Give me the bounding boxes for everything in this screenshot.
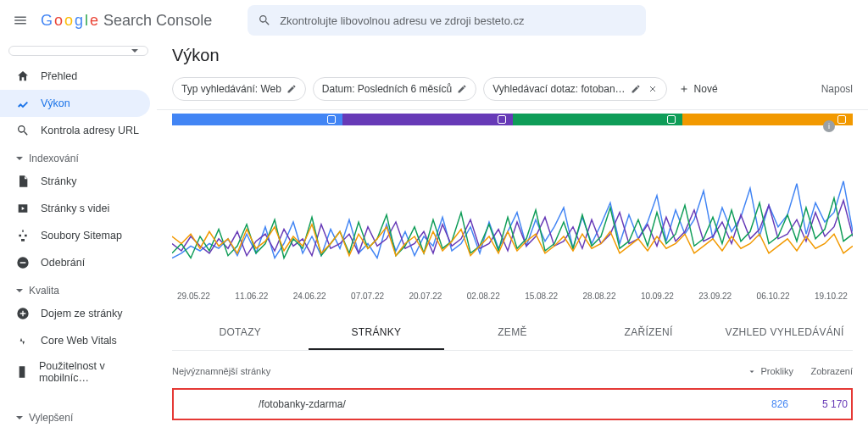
- vitals-icon: [15, 333, 31, 348]
- menu-icon[interactable]: [10, 10, 31, 31]
- plus-icon: [679, 84, 689, 94]
- edit-icon: [631, 84, 641, 94]
- nav-sitemaps[interactable]: Soubory Sitemap: [0, 222, 150, 249]
- chip-date[interactable]: Datum: Posledních 6 měsíců: [313, 77, 476, 101]
- clicks-value: 826: [721, 398, 788, 410]
- col-impressions[interactable]: Zobrazení: [793, 366, 853, 376]
- tab-devices[interactable]: ZAŘÍZENÍ: [581, 316, 717, 350]
- page-title: Výkon: [157, 41, 868, 77]
- nav-label: Přehled: [41, 70, 77, 82]
- home-icon: [15, 69, 31, 84]
- edit-icon: [287, 84, 297, 94]
- chevron-down-icon: [15, 154, 24, 163]
- search-icon: [15, 123, 31, 138]
- table-heading: Nejvýznamnější stránky: [172, 366, 726, 376]
- chart-annotation-icon[interactable]: i: [823, 120, 835, 132]
- search-icon: [258, 14, 271, 27]
- dimension-tabs: DOTAZY STRÁNKY ZEMĚ ZAŘÍZENÍ VZHLED VYHL…: [172, 316, 853, 351]
- impressions-value: 5 170: [788, 398, 848, 410]
- mobile-icon: [15, 364, 29, 380]
- section-indexing[interactable]: Indexování: [0, 144, 157, 168]
- nav-overview[interactable]: Přehled: [0, 63, 150, 90]
- metric-toggle-bar: [172, 114, 853, 125]
- nav-removals[interactable]: Odebrání: [0, 249, 150, 276]
- nav-page-experience[interactable]: Dojem ze stránky: [0, 300, 150, 327]
- property-selector[interactable]: [8, 46, 148, 56]
- metric-impressions[interactable]: [342, 114, 513, 125]
- chart-icon: [15, 96, 31, 111]
- chip-query[interactable]: Vyhledávací dotaz: fotoban…: [483, 77, 666, 101]
- filters-row: Typ vyhledávání: Web Datum: Posledních 6…: [157, 77, 868, 110]
- tab-pages[interactable]: STRÁNKY: [309, 316, 445, 350]
- plus-circle-icon: [15, 306, 31, 321]
- page-url: /fotobanky-zdarma/: [259, 398, 721, 410]
- video-icon: [15, 201, 31, 216]
- nav-label: Kontrola adresy URL: [41, 125, 139, 136]
- nav-breadcrumbs[interactable]: Navigační struktura: [0, 427, 150, 433]
- edit-icon: [457, 84, 467, 94]
- metric-clicks[interactable]: [172, 114, 342, 125]
- section-experience[interactable]: Kvalita: [0, 276, 157, 300]
- table-header: Nejvýznamnější stránky Prokliky Zobrazen…: [157, 351, 868, 385]
- section-enhancements[interactable]: Vylepšení: [0, 403, 157, 427]
- url-inspect-search[interactable]: Zkontrolujte libovolnou adresu ve zdroji…: [248, 5, 646, 36]
- sidebar: Přehled Výkon Kontrola adresy URL Indexo…: [0, 41, 157, 433]
- performance-chart: i 29.05.2211.06.2224.06.2207.07.2220.07.…: [172, 136, 853, 301]
- chevron-down-icon: [15, 414, 24, 422]
- tab-countries[interactable]: ZEMĚ: [444, 316, 581, 350]
- last-updated-label: Naposl: [821, 83, 853, 95]
- nav-performance[interactable]: Výkon: [0, 90, 150, 117]
- main-content: Výkon Typ vyhledávání: Web Datum: Posled…: [157, 41, 868, 433]
- logo: Google Search Console: [41, 12, 212, 30]
- pages-icon: [15, 174, 31, 189]
- table-row-highlighted[interactable]: /fotobanky-zdarma/ 826 5 170: [172, 388, 853, 420]
- tab-queries[interactable]: DOTAZY: [172, 316, 309, 350]
- nav-video-pages[interactable]: Stránky s videi: [0, 195, 150, 222]
- chevron-down-icon: [15, 286, 24, 295]
- arrow-down-icon: [747, 366, 757, 376]
- add-filter-button[interactable]: Nové: [674, 83, 723, 95]
- nav-core-web-vitals[interactable]: Core Web Vitals: [0, 327, 150, 354]
- nav-pages[interactable]: Stránky: [0, 168, 150, 195]
- nav-label: Výkon: [41, 97, 70, 109]
- close-icon[interactable]: [648, 84, 658, 94]
- chevron-down-icon: [131, 47, 139, 55]
- nav-mobile-usability[interactable]: Použitelnost v mobilníc…: [0, 354, 150, 390]
- search-placeholder: Zkontrolujte libovolnou adresu ve zdroji…: [280, 14, 524, 27]
- remove-icon: [15, 255, 31, 270]
- chip-search-type[interactable]: Typ vyhledávání: Web: [172, 77, 306, 101]
- sitemap-icon: [15, 228, 31, 243]
- col-clicks[interactable]: Prokliky: [726, 366, 793, 376]
- metric-ctr[interactable]: [513, 114, 683, 125]
- chart-x-axis: 29.05.2211.06.2224.06.2207.07.2220.07.22…: [172, 291, 853, 301]
- tab-search-appearance[interactable]: VZHLED VYHLEDÁVÁNÍ: [716, 316, 853, 350]
- nav-url-inspection[interactable]: Kontrola adresy URL: [0, 117, 150, 144]
